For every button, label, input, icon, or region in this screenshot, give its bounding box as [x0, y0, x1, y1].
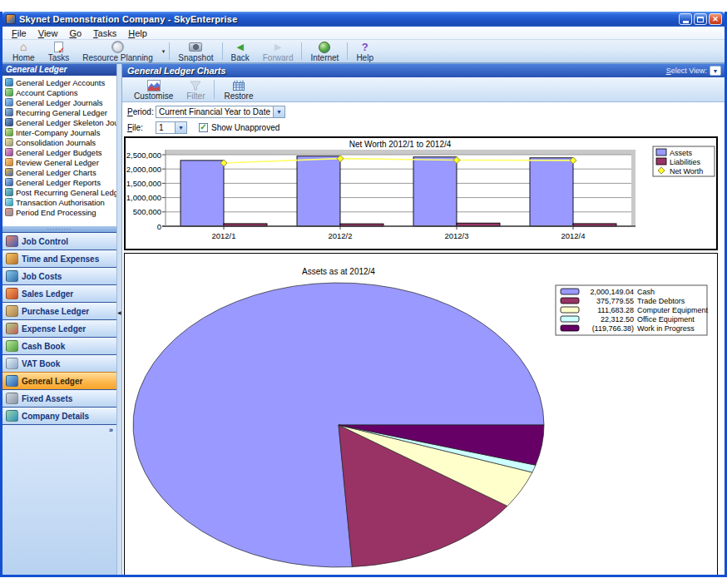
sidebar-button-label: Company Details — [22, 412, 89, 421]
sidebar-item-general-ledger-reports[interactable]: General Ledger Reports — [2, 177, 116, 187]
sidebar-button-fixed-assets[interactable]: Fixed Assets — [2, 389, 116, 407]
toolbar-button-resource-planning[interactable]: Resource Planning — [76, 40, 160, 62]
sidebar-item-post-recurring-general-ledger[interactable]: Post Recurring General Ledger — [2, 187, 116, 197]
sidebar-header: General Ledger — [2, 64, 116, 76]
pie-chart-panel: Assets as at 2012/42,000,149.04Cash375,7… — [124, 253, 718, 577]
filter-area: Period: Current Financial Year to Date ▼… — [122, 102, 725, 135]
restore-button[interactable]: Restore — [217, 77, 260, 101]
toolbar-button-tasks[interactable]: Tasks — [42, 40, 77, 62]
menu-item-go[interactable]: Go — [63, 28, 87, 38]
sidebar-item-general-ledger-charts[interactable]: General Ledger Charts — [2, 167, 116, 177]
legend-swatch — [656, 158, 666, 165]
y-tick-label: 2,000,000 — [126, 165, 161, 174]
legend-swatch — [561, 307, 579, 313]
sidebar-item-general-ledger-budgets[interactable]: General Ledger Budgets — [2, 147, 116, 157]
chevron-down-icon: ▼ — [713, 68, 719, 74]
sidebar-item-review-general-ledger[interactable]: Review General Ledger — [2, 157, 116, 167]
reports-icon — [5, 178, 13, 186]
assets-bar — [297, 156, 340, 226]
toolbar-button-label: Internet — [310, 54, 339, 62]
select-view-dropdown[interactable]: ▼ — [710, 66, 721, 76]
legend-swatch — [561, 325, 579, 331]
legend-swatch — [561, 289, 579, 294]
panel-splitter[interactable]: ◀ — [116, 64, 122, 575]
resource-planning-dropdown-arrow[interactable]: ▾ — [160, 40, 168, 62]
sidebar-buttons: Job ControlTime and ExpensesJob CostsSal… — [2, 232, 116, 424]
collapse-arrow-icon[interactable]: ◀ — [117, 310, 121, 315]
filter-icon — [189, 80, 202, 91]
y-tick-label: 500,000 — [133, 207, 161, 216]
toolbar-button-back[interactable]: Back — [225, 40, 256, 62]
company-details-icon — [6, 410, 18, 422]
toolbar-button-internet[interactable]: Internet — [304, 40, 345, 62]
period-value: Current Financial Year to Date — [159, 107, 284, 116]
toolbar-separator — [214, 80, 215, 99]
sidebar-button-general-ledger[interactable]: General Ledger — [2, 372, 116, 389]
sidebar-button-label: Cash Book — [22, 342, 65, 351]
sidebar-button-job-control[interactable]: Job Control — [2, 232, 116, 250]
legend-swatch — [561, 298, 579, 304]
legend-label: Work in Progress — [637, 324, 695, 333]
transaction-auth-icon — [5, 198, 13, 206]
select-view-label: Select View: — [666, 67, 707, 75]
filter-button[interactable]: Filter — [180, 77, 211, 101]
legend-swatch — [561, 316, 579, 322]
sidebar-item-account-captions[interactable]: Account Captions — [2, 87, 116, 97]
customise-button[interactable]: Customise — [127, 77, 180, 101]
menu-item-file[interactable]: File — [6, 28, 32, 38]
plot-right-band — [631, 150, 636, 226]
sidebar-button-label: Expense Ledger — [22, 324, 86, 334]
menu-item-view[interactable]: View — [32, 28, 64, 38]
plot-top-band — [166, 150, 636, 155]
sidebar-button-job-costs[interactable]: Job Costs — [2, 267, 116, 284]
sidebar-button-sales-ledger[interactable]: Sales Ledger — [2, 284, 116, 302]
toolbar-button-help[interactable]: Help — [349, 40, 380, 62]
toolbar-button-snapshot[interactable]: Snapshot — [171, 40, 220, 62]
sidebar-item-general-ledger-skeleton-journals[interactable]: General Ledger Skeleton Journals — [2, 117, 116, 127]
menu-item-tasks[interactable]: Tasks — [87, 28, 122, 38]
period-dropdown-arrow[interactable]: ▼ — [273, 106, 284, 117]
toolbar-button-forward[interactable]: Forward — [256, 40, 300, 62]
sales-ledger-icon — [6, 288, 18, 299]
close-button[interactable]: ✕ — [709, 13, 722, 25]
toolbar-button-home[interactable]: Home — [6, 40, 42, 62]
consolidation-icon — [5, 138, 13, 146]
sidebar-button-purchase-ledger[interactable]: Purchase Ledger — [2, 302, 116, 319]
chevron-down-icon: ▼ — [178, 125, 184, 131]
account-captions-icon — [5, 88, 13, 96]
menu-item-help[interactable]: Help — [122, 28, 153, 38]
time-expenses-icon — [6, 253, 18, 264]
x-tick-label: 2012/2 — [328, 231, 352, 240]
sidebar-item-label: General Ledger Reports — [16, 178, 101, 187]
maximize-button[interactable] — [694, 13, 707, 25]
job-control-icon — [6, 235, 18, 247]
sidebar-button-company-details[interactable]: Company Details — [2, 407, 116, 424]
toolbar-separator — [222, 42, 223, 60]
minimize-button[interactable] — [679, 13, 692, 25]
legend-label: Office Equipment — [637, 315, 695, 324]
sidebar-button-label: General Ledger — [22, 377, 82, 386]
home-icon — [20, 42, 27, 53]
sidebar-splitter[interactable]: ········· — [2, 226, 116, 232]
sidebar-item-general-ledger-accounts[interactable]: General Ledger Accounts — [2, 77, 116, 87]
file-dropdown-arrow[interactable]: ▼ — [175, 122, 186, 133]
maximize-icon — [697, 17, 704, 22]
sidebar-item-general-ledger-journals[interactable]: General Ledger Journals — [2, 97, 116, 107]
sidebar-item-transaction-authorisation[interactable]: Transaction Authorisation — [2, 197, 116, 207]
toolbar-button-label: Back — [231, 54, 250, 62]
sidebar-button-vat-book[interactable]: VAT Book — [2, 354, 116, 372]
app-icon — [6, 14, 16, 24]
content-header: General Ledger Charts Select View: ▼ — [122, 64, 725, 77]
content-area: General Ledger Charts Select View: ▼ Cus… — [122, 64, 725, 575]
sidebar-button-cash-book[interactable]: Cash Book — [2, 337, 116, 354]
file-select[interactable]: 1 ▼ — [156, 121, 187, 134]
sidebar-item-recurring-general-ledger[interactable]: Recurring General Ledger — [2, 107, 116, 117]
period-select[interactable]: Current Financial Year to Date ▼ — [156, 106, 285, 118]
sidebar-item-consolidation-journals[interactable]: Consolidation Journals — [2, 137, 116, 147]
show-unapproved-checkbox[interactable]: ✓ — [199, 123, 208, 132]
sidebar-button-expense-ledger[interactable]: Expense Ledger — [2, 319, 116, 337]
sidebar-item-inter-company-journals[interactable]: Inter-Company Journals — [2, 127, 116, 137]
sidebar-item-period-end-processing[interactable]: Period End Processing — [2, 207, 116, 217]
sidebar-collapse-chevron[interactable]: » — [109, 426, 113, 434]
sidebar-button-time-and-expenses[interactable]: Time and Expenses — [2, 250, 116, 267]
